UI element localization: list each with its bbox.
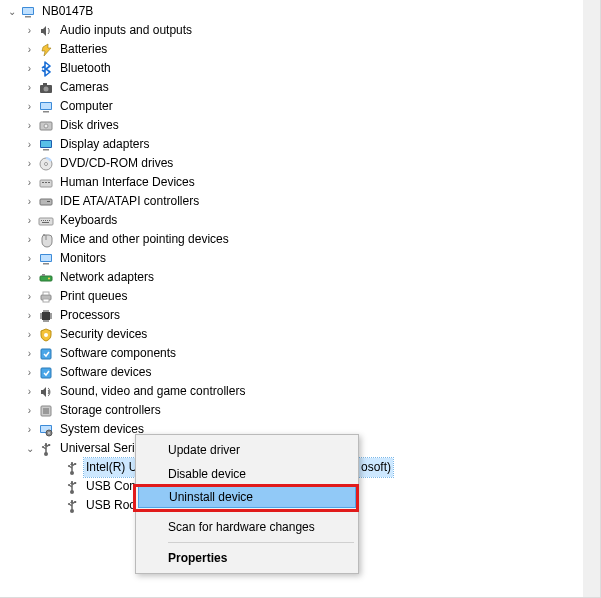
disk-icon xyxy=(38,118,54,134)
tree-category-label: Security devices xyxy=(58,325,149,344)
svg-rect-5 xyxy=(43,83,47,86)
context-menu-item[interactable]: Properties xyxy=(138,546,356,570)
svg-rect-1 xyxy=(23,8,33,14)
tree-category-sec[interactable]: ›Security devices xyxy=(6,325,247,344)
expander-closed-icon[interactable]: › xyxy=(24,120,35,131)
svg-rect-63 xyxy=(48,444,50,446)
camera-icon xyxy=(38,80,54,96)
expander-closed-icon[interactable]: › xyxy=(24,177,35,188)
context-menu: Update driverDisable deviceUninstall dev… xyxy=(135,434,359,574)
context-menu-item[interactable]: Scan for hardware changes xyxy=(138,515,356,539)
tree-category-stor[interactable]: ›Storage controllers xyxy=(6,401,247,420)
expander-closed-icon[interactable]: › xyxy=(24,234,35,245)
tree-category-mon[interactable]: ›Monitors xyxy=(6,249,247,268)
tree-category-label: Print queues xyxy=(58,287,129,306)
tree-category-cpu[interactable]: ›Processors xyxy=(6,306,247,325)
context-menu-item[interactable]: Disable device xyxy=(138,462,356,486)
svg-rect-28 xyxy=(42,222,49,223)
tree-category-disp[interactable]: ›Display adapters xyxy=(6,135,247,154)
tree-category-bt[interactable]: ›Bluetooth xyxy=(6,59,247,78)
tree-category-label: Monitors xyxy=(58,249,108,268)
tree-category-batt[interactable]: ›Batteries xyxy=(6,40,247,59)
svg-point-62 xyxy=(42,445,44,447)
svg-rect-17 xyxy=(42,182,44,183)
tree-category-label: Bluetooth xyxy=(58,59,113,78)
expander-closed-icon[interactable]: › xyxy=(24,348,35,359)
tree-category-cam[interactable]: ›Cameras xyxy=(6,78,247,97)
expander-closed-icon[interactable]: › xyxy=(24,82,35,93)
svg-rect-19 xyxy=(48,182,50,183)
expander-closed-icon[interactable]: › xyxy=(24,367,35,378)
tree-category-mouse[interactable]: ›Mice and other pointing devices xyxy=(6,230,247,249)
printer-icon xyxy=(38,289,54,305)
tree-category-net[interactable]: ›Network adapters xyxy=(6,268,247,287)
usb-icon xyxy=(64,479,80,495)
tree-category-label: Keyboards xyxy=(58,211,119,230)
tree-category-print[interactable]: ›Print queues xyxy=(6,287,247,306)
svg-rect-13 xyxy=(43,149,49,151)
tree-category-label: Cameras xyxy=(58,78,111,97)
keyboard-icon xyxy=(38,213,54,229)
svg-rect-25 xyxy=(45,220,46,221)
context-menu-item[interactable]: Uninstall device xyxy=(138,486,356,508)
expander-closed-icon[interactable]: › xyxy=(24,386,35,397)
tree-category-label: Network adapters xyxy=(58,268,156,287)
software-icon xyxy=(38,346,54,362)
tree-category-hid[interactable]: ›Human Interface Devices xyxy=(6,173,247,192)
svg-rect-24 xyxy=(43,220,44,221)
tree-category-label: Disk drives xyxy=(58,116,121,135)
tree-category-comp[interactable]: ›Computer xyxy=(6,97,247,116)
tree-category-audio[interactable]: ›Audio inputs and outputs xyxy=(6,21,247,40)
expander-closed-icon[interactable]: › xyxy=(24,196,35,207)
context-menu-separator xyxy=(168,511,354,512)
expander-closed-icon[interactable]: › xyxy=(24,405,35,416)
tree-category-swd[interactable]: ›Software devices xyxy=(6,363,247,382)
expander-closed-icon[interactable]: › xyxy=(24,44,35,55)
context-menu-item[interactable]: Update driver xyxy=(138,438,356,462)
svg-rect-21 xyxy=(47,201,50,202)
tree-category-label: DVD/CD-ROM drives xyxy=(58,154,175,173)
expander-closed-icon[interactable]: › xyxy=(24,63,35,74)
tree-category-disk[interactable]: ›Disk drives xyxy=(6,116,247,135)
expander-closed-icon[interactable]: › xyxy=(24,310,35,321)
cd-icon xyxy=(38,156,54,172)
expander-closed-icon[interactable]: › xyxy=(24,25,35,36)
tree-category-dvd[interactable]: ›DVD/CD-ROM drives xyxy=(6,154,247,173)
svg-rect-26 xyxy=(47,220,48,221)
svg-point-35 xyxy=(48,277,50,279)
tree-device-label: USB Root xyxy=(84,496,141,515)
expander-closed-icon[interactable]: › xyxy=(24,272,35,283)
chip-icon xyxy=(38,308,54,324)
expander-closed-icon[interactable]: › xyxy=(24,424,35,435)
expander-open-icon[interactable]: ⌄ xyxy=(24,443,35,454)
svg-point-10 xyxy=(44,124,48,128)
svg-rect-7 xyxy=(41,103,51,109)
expander-closed-icon[interactable]: › xyxy=(24,215,35,226)
tree-category-label: Audio inputs and outputs xyxy=(58,21,194,40)
expander-closed-icon[interactable]: › xyxy=(24,329,35,340)
sound-icon xyxy=(38,384,54,400)
tree-category-kb[interactable]: ›Keyboards xyxy=(6,211,247,230)
tree-category-snd[interactable]: ›Sound, video and game controllers xyxy=(6,382,247,401)
tree-category-ide[interactable]: ›IDE ATA/ATAPI controllers xyxy=(6,192,247,211)
vertical-scrollbar[interactable] xyxy=(583,0,600,597)
expander-closed-icon[interactable]: › xyxy=(24,253,35,264)
tree-root[interactable]: ⌄ NB0147B xyxy=(6,2,247,21)
tree-device-label: Intel(R) U xyxy=(84,458,139,477)
expander-closed-icon[interactable]: › xyxy=(24,101,35,112)
tree-category-label: Sound, video and game controllers xyxy=(58,382,247,401)
expander-closed-icon[interactable]: › xyxy=(24,291,35,302)
context-menu-separator xyxy=(168,542,354,543)
svg-rect-33 xyxy=(40,276,52,281)
tree-category-swc[interactable]: ›Software components xyxy=(6,344,247,363)
svg-point-74 xyxy=(68,502,70,504)
storage-icon xyxy=(38,403,54,419)
tree-category-label: Batteries xyxy=(58,40,109,59)
expander-icon[interactable]: ⌄ xyxy=(6,6,17,17)
tree-category-label: Storage controllers xyxy=(58,401,163,420)
svg-rect-53 xyxy=(41,349,51,359)
expander-closed-icon[interactable]: › xyxy=(24,139,35,150)
expander-closed-icon[interactable]: › xyxy=(24,158,35,169)
tree-category-label: IDE ATA/ATAPI controllers xyxy=(58,192,201,211)
tree-category-label: Software devices xyxy=(58,363,153,382)
